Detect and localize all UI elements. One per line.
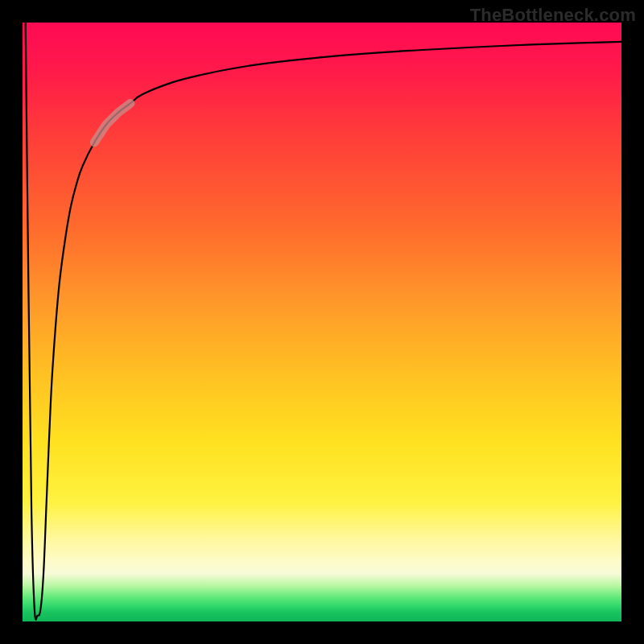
curve-highlight-segment bbox=[94, 103, 130, 142]
chart-stage: TheBottleneck.com bbox=[0, 0, 644, 644]
curve-layer bbox=[23, 23, 621, 621]
plot-area bbox=[23, 23, 621, 621]
